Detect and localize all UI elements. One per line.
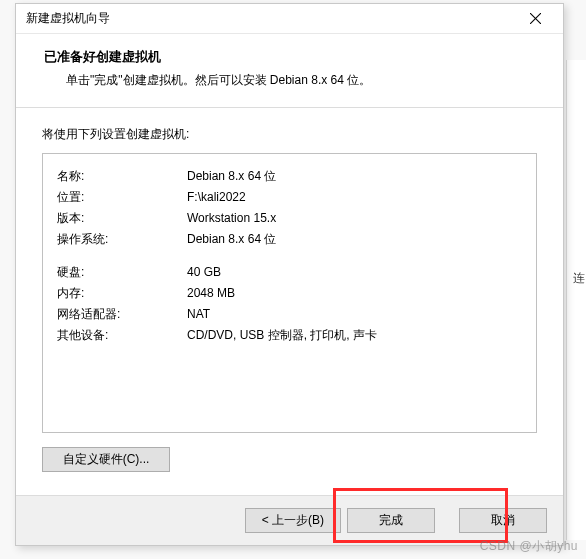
wizard-header: 已准备好创建虚拟机 单击"完成"创建虚拟机。然后可以安装 Debian 8.x … bbox=[16, 34, 563, 108]
setting-row: 其他设备: CD/DVD, USB 控制器, 打印机, 声卡 bbox=[57, 325, 522, 346]
setting-value: CD/DVD, USB 控制器, 打印机, 声卡 bbox=[187, 325, 522, 346]
setting-row: 操作系统: Debian 8.x 64 位 bbox=[57, 229, 522, 250]
setting-key: 版本: bbox=[57, 208, 187, 229]
titlebar: 新建虚拟机向导 bbox=[16, 4, 563, 34]
setting-value: 2048 MB bbox=[187, 283, 522, 304]
setting-key: 其他设备: bbox=[57, 325, 187, 346]
setting-key: 硬盘: bbox=[57, 262, 187, 283]
setting-value: F:\kali2022 bbox=[187, 187, 522, 208]
setting-value: Workstation 15.x bbox=[187, 208, 522, 229]
settings-label: 将使用下列设置创建虚拟机: bbox=[42, 126, 537, 143]
setting-value: 40 GB bbox=[187, 262, 522, 283]
window-title: 新建虚拟机向导 bbox=[26, 10, 515, 27]
close-icon bbox=[530, 13, 541, 24]
setting-row: 网络适配器: NAT bbox=[57, 304, 522, 325]
cancel-button[interactable]: 取消 bbox=[459, 508, 547, 533]
finish-button[interactable]: 完成 bbox=[347, 508, 435, 533]
setting-key: 内存: bbox=[57, 283, 187, 304]
customize-row: 自定义硬件(C)... bbox=[42, 447, 537, 472]
back-button[interactable]: < 上一步(B) bbox=[245, 508, 341, 533]
wizard-subheading: 单击"完成"创建虚拟机。然后可以安装 Debian 8.x 64 位。 bbox=[44, 72, 535, 89]
setting-row: 硬盘: 40 GB bbox=[57, 262, 522, 283]
setting-key: 名称: bbox=[57, 166, 187, 187]
setting-value: NAT bbox=[187, 304, 522, 325]
setting-key: 操作系统: bbox=[57, 229, 187, 250]
setting-row: 内存: 2048 MB bbox=[57, 283, 522, 304]
setting-gap bbox=[57, 250, 522, 262]
setting-row: 位置: F:\kali2022 bbox=[57, 187, 522, 208]
wizard-heading: 已准备好创建虚拟机 bbox=[44, 48, 535, 66]
settings-box: 名称: Debian 8.x 64 位 位置: F:\kali2022 版本: … bbox=[42, 153, 537, 433]
customize-hardware-button[interactable]: 自定义硬件(C)... bbox=[42, 447, 170, 472]
setting-row: 名称: Debian 8.x 64 位 bbox=[57, 166, 522, 187]
wizard-body: 将使用下列设置创建虚拟机: 名称: Debian 8.x 64 位 位置: F:… bbox=[16, 108, 563, 495]
background-window-fragment: 连 bbox=[566, 60, 586, 540]
setting-key: 位置: bbox=[57, 187, 187, 208]
setting-key: 网络适配器: bbox=[57, 304, 187, 325]
setting-row: 版本: Workstation 15.x bbox=[57, 208, 522, 229]
setting-value: Debian 8.x 64 位 bbox=[187, 229, 522, 250]
close-button[interactable] bbox=[515, 5, 555, 33]
wizard-dialog: 新建虚拟机向导 已准备好创建虚拟机 单击"完成"创建虚拟机。然后可以安装 Deb… bbox=[15, 3, 564, 546]
wizard-footer: < 上一步(B) 完成 取消 bbox=[16, 495, 563, 545]
setting-value: Debian 8.x 64 位 bbox=[187, 166, 522, 187]
background-text: 连 bbox=[573, 270, 585, 287]
